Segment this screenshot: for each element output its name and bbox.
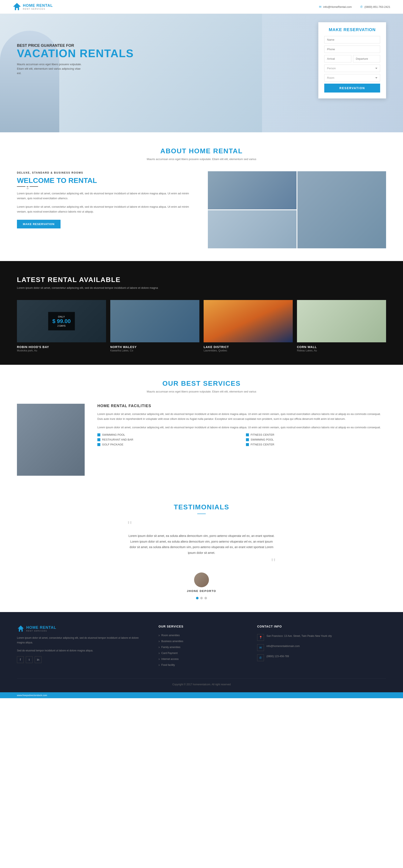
service-label-6: FITNESS CENTER [251,443,274,446]
footer-link-2[interactable]: Business amenities [158,638,245,644]
rental-card-2: NORTH WALESY Kawartha Lakes, Co [110,300,199,352]
date-row [324,55,380,62]
arrival-input[interactable] [324,55,351,62]
svg-marker-0 [13,3,20,10]
logo[interactable]: HOME RENTAL RENT SERVICES [13,3,53,11]
badge-days: 2 DAYS [52,324,71,327]
bottom-bar: www.freepsdvectorstock.com [0,692,403,698]
contact-email-item: ✉ info@homerentaldomain.com [257,643,386,653]
testimonials-title: TESTIMONIALS [17,503,386,511]
reservation-form: MAKE RESERVATION Person 1 2 3 4 Room 1 2… [318,22,386,98]
about-heading: WELCOME TO RENTAL [17,176,195,185]
testimonials-section: TESTIMONIALS " Lorem ipsum dolor sit ame… [0,488,403,612]
hero-section: BEST PRICE GUARANTEE FOR VACATION RENTAL… [0,14,403,132]
name-input[interactable] [324,36,380,43]
rental-info-3: LAKE DISTRICT Laurentides, Quebec [204,345,293,352]
footer-link-1[interactable]: Room amenities [158,632,245,638]
services-image [17,404,85,476]
footer-about-col: HOME RENTAL RENT SERVICES Lorem ipsum do… [17,625,146,668]
house-icon: ⌂ [27,186,28,187]
linkedin-button[interactable]: in [35,656,41,663]
testimonial-dot-2[interactable] [200,597,203,599]
site-header: HOME RENTAL RENT SERVICES ✉ info@HomeRen… [0,0,403,14]
about-tag: DELUXE, STANDARD & BUSINESS ROOMS [17,171,195,174]
footer: HOME RENTAL RENT SERVICES Lorem ipsum do… [0,612,403,692]
contact-address: San Francisco: 13 Ave. Street, Twin Peak… [267,634,332,638]
contact-list: 📍 San Francisco: 13 Ave. Street, Twin Pe… [257,632,386,663]
testimonial-text: Lorem ipsum dolor sit amet, ea soluta al… [127,533,276,556]
testimonial-name: JHONE DEPORTO [17,589,386,593]
service-label-2: RESTAURANT AND BAR [102,438,133,441]
footer-top: HOME RENTAL RENT SERVICES Lorem ipsum do… [17,625,386,668]
contact-email: info@homerentaldomain.com [267,644,300,648]
phone-input[interactable] [324,45,380,53]
about-para1: Lorem ipsum dolor sit amet, consectetur … [17,191,195,201]
about-image-2 [298,171,386,248]
testimonial-avatar [194,572,209,587]
facebook-button[interactable]: f [17,656,24,663]
footer-links-list: Room amenities Business amenities Family… [158,632,245,668]
service-item-2: RESTAURANT AND BAR [97,438,238,441]
about-image-3 [208,210,297,248]
badge-price: $ 99.00 [52,318,71,324]
rental-grid: ONLY $ 99.00 2 DAYS ROBIN HOOD'S BAY Mus… [17,300,386,352]
rental-image-4 [297,300,386,342]
service-item-1: SWIMMING POOL [97,433,238,436]
footer-contact-title: CONTACT INFO [257,625,386,628]
hero-description: Mauris accumsan eros eget libero posuere… [17,62,85,75]
contact-phone-icon: ✆ [257,654,264,661]
footer-link-3[interactable]: Family amenities [158,644,245,650]
room-select[interactable]: Room 1 2 3 [324,74,380,82]
service-item-4: FITNESS CENTER [246,433,386,436]
about-image-1 [208,171,297,209]
contact-phone: ✆ (0800) 851-763-2421 [360,5,390,8]
brand-name: HOME RENTAL [23,3,53,8]
logo-icon [13,3,21,11]
rental-info-4: CORN WALL Rideau Lakes, Au [297,345,386,352]
service-label-3: GOLF PACKAGE [102,443,123,446]
about-subtitle: Mauris accumsan eros eget libero posuere… [17,157,386,161]
twitter-button[interactable]: t [26,656,33,663]
testimonials-divider [197,514,206,514]
about-right [208,171,386,248]
rental-image-2 [110,300,199,342]
brand-sub: RENT SERVICES [23,8,53,10]
rental-image-3 [204,300,293,342]
rental-title: LATEST RENTAL AVAILABLE [17,276,386,284]
testimonial-dot-3[interactable] [205,597,207,599]
rental-name-2: NORTH WALESY [110,345,199,349]
facilities-title: HOME RENTAL FACILITIES [97,404,386,408]
service-dot [97,438,100,441]
contact-address-item: 📍 San Francisco: 13 Ave. Street, Twin Pe… [257,632,386,643]
service-dot [97,443,100,446]
service-label-5: SWIMMING POOL [251,438,274,441]
services-section: OUR BEST SERVICES Mauris accumsan eros e… [0,365,403,488]
rental-info-1: ROBIN HOOD'S BAY Muskoka park, Au [17,345,106,352]
about-para2: Lorem ipsum dolor sit amet, consectetur … [17,204,195,214]
rental-name-4: CORN WALL [297,345,386,349]
footer-description: Lorem ipsum dolor sit amet, consectetur … [17,636,146,645]
departure-input[interactable] [353,55,380,62]
rental-badge: ONLY $ 99.00 2 DAYS [48,312,75,331]
footer-link-5[interactable]: Internet access [158,656,245,662]
rental-card-4: CORN WALL Rideau Lakes, Au [297,300,386,352]
address-icon: 📍 [257,634,264,641]
quote-right-icon: " [127,560,276,566]
services-list: SWIMMING POOL FITNESS CENTER RESTAURANT … [97,433,386,446]
make-reservation-button[interactable]: MAKE RESERVATION [17,220,61,228]
copyright-text: Copyright © 2017 homerentalcom. All righ… [17,683,386,686]
person-select[interactable]: Person 1 2 3 4 [324,65,380,72]
reservation-button[interactable]: RESERVATION [324,84,380,93]
site-url: www.freepsdvectorstock.com [17,694,47,696]
rental-name-3: LAKE DISTRICT [204,345,293,349]
email-icon: ✉ [319,5,321,8]
about-content: DELUXE, STANDARD & BUSINESS ROOMS WELCOM… [17,171,386,248]
testimonial-dot-1[interactable] [196,597,198,599]
rental-sub: Lorem ipsum dolor sit amet, consectetur … [17,286,386,289]
hero-title: VACATION RENTALS [17,48,134,59]
footer-logo: HOME RENTAL RENT SERVICES [17,625,146,632]
footer-brand: HOME RENTAL [26,625,56,630]
footer-link-4[interactable]: Card Payment [158,650,245,656]
footer-link-6[interactable]: Food facility [158,662,245,668]
footer-social-note: Sed do eiusmod tempor incididunt ut labo… [17,648,146,653]
